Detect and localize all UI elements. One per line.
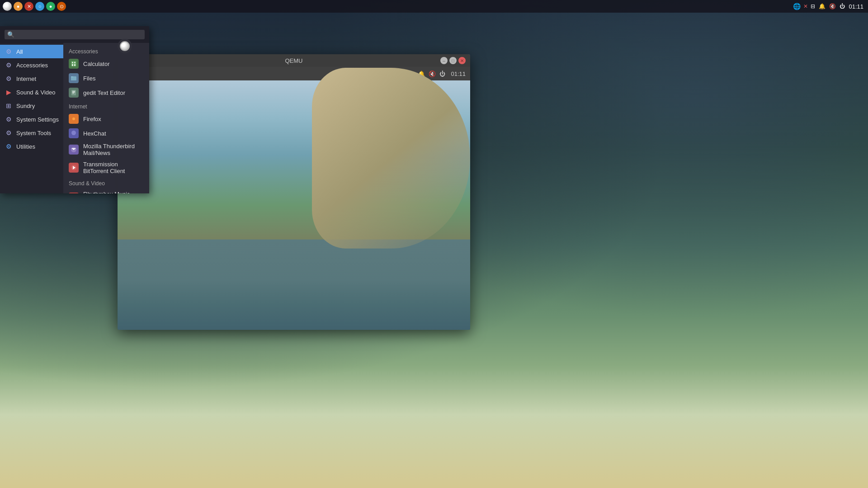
category-utilities[interactable]: ⚙ Utilities (0, 140, 63, 153)
app-calculator[interactable]: Calculator (63, 56, 149, 71)
taskbar-app-icon-4[interactable]: ● (46, 2, 55, 11)
search-input-wrap: 🔍 (5, 30, 145, 39)
files-icon (69, 73, 79, 83)
hexchat-icon (69, 128, 79, 138)
category-system-tools[interactable]: ⚙ System Tools (0, 126, 63, 140)
category-accessories-label: Accessories (16, 62, 48, 69)
category-all-icon: ⚙ (5, 47, 13, 56)
category-internet-icon: ⚙ (5, 75, 13, 83)
app-gedit[interactable]: gedit Text Editor (63, 85, 149, 100)
menu-launcher[interactable] (118, 39, 132, 53)
categories-panel: ⚙ All ⚙ Accessories ⚙ Internet ▶ Sound &… (0, 43, 63, 193)
taskbar: ● ✕ ○ ● ⊙ 🌐 ✕ ⊟ 🔔 🔇 ⏻ 01:11 (0, 0, 868, 13)
menu-body: ⚙ All ⚙ Accessories ⚙ Internet ▶ Sound &… (0, 43, 149, 193)
taskbar-systray: 🌐 ✕ ⊟ (793, 3, 815, 10)
svg-rect-0 (71, 61, 76, 66)
category-sundry[interactable]: ⊞ Sundry (0, 99, 63, 113)
taskbar-right: 🌐 ✕ ⊟ 🔔 🔇 ⏻ 01:11 (788, 3, 868, 10)
apps-panel: Accessories Calculator Files gedit Text … (63, 43, 149, 193)
window-content (118, 80, 470, 330)
category-accessories[interactable]: ⚙ Accessories (0, 58, 63, 72)
section-header-sound-video: Sound & Video (63, 177, 149, 188)
category-utilities-label: Utilities (16, 143, 35, 150)
svg-point-14 (72, 117, 75, 120)
category-sundry-label: Sundry (16, 103, 35, 109)
robot-silhouette (312, 68, 470, 249)
window-titlebar: QEMU – □ ✕ (118, 54, 470, 67)
category-all[interactable]: ⚙ All (0, 45, 63, 58)
qemu-window: QEMU – □ ✕ 🔔 🔇 ⏻ 01:11 (118, 54, 470, 330)
power-icon[interactable]: ⏻ (840, 3, 845, 9)
app-launcher-icon[interactable] (3, 2, 12, 11)
firefox-icon (69, 114, 79, 124)
taskbar-app-icon-2[interactable]: ✕ (24, 2, 33, 11)
category-system-settings-label: System Settings (16, 116, 59, 123)
app-transmission[interactable]: Transmission BitTorrent Client (63, 159, 149, 177)
taskbar-app-icon-5[interactable]: ⊙ (57, 2, 66, 11)
transmission-label: Transmission BitTorrent Client (83, 161, 144, 174)
calculator-icon (69, 59, 79, 69)
thunderbird-label: Mozilla Thunderbird Mail/News (83, 143, 144, 156)
thunderbird-icon (69, 145, 79, 155)
section-header-accessories: Accessories (63, 45, 149, 56)
rhythmbox-icon (69, 192, 79, 193)
app-thunderbird[interactable]: Mozilla Thunderbird Mail/News (63, 141, 149, 159)
svg-rect-5 (72, 65, 73, 66)
section-header-internet: Internet (63, 100, 149, 112)
svg-rect-8 (71, 76, 73, 77)
window-controls: – □ ✕ (440, 57, 466, 64)
svg-rect-2 (74, 62, 75, 63)
window-minimize-button[interactable]: – (440, 57, 448, 64)
notif-time: 01:11 (451, 70, 466, 77)
close-icon[interactable]: ✕ (803, 3, 808, 9)
category-system-settings-icon: ⚙ (5, 115, 13, 123)
volume-icon[interactable]: 🔇 (829, 3, 836, 9)
hexchat-label: HexChat (83, 130, 106, 137)
category-internet-label: Internet (16, 75, 36, 82)
rhythmbox-label: Rhythmbox Music Player (83, 191, 144, 193)
water-reflection (118, 239, 470, 330)
panel-icon[interactable]: ⊟ (811, 3, 815, 9)
svg-rect-1 (72, 62, 73, 63)
category-accessories-icon: ⚙ (5, 61, 13, 69)
category-utilities-icon: ⚙ (5, 142, 13, 150)
transmission-icon (69, 163, 79, 173)
menu-logo (120, 41, 130, 51)
category-sound-video-icon: ▶ (5, 88, 13, 96)
search-input[interactable] (17, 31, 142, 38)
calculator-label: Calculator (83, 61, 110, 67)
search-icon: 🔍 (7, 31, 14, 38)
files-label: Files (83, 75, 95, 82)
notif-volume-icon[interactable]: 🔇 (429, 70, 436, 77)
gedit-icon (69, 88, 79, 98)
svg-rect-6 (74, 65, 75, 66)
firefox-label: Firefox (83, 116, 101, 122)
taskbar-app-icon-3[interactable]: ○ (35, 2, 44, 11)
app-hexchat[interactable]: HexChat (63, 126, 149, 141)
category-system-tools-icon: ⚙ (5, 129, 13, 137)
category-internet[interactable]: ⚙ Internet (0, 72, 63, 85)
browser-icon[interactable]: 🌐 (793, 3, 801, 10)
category-all-label: All (16, 48, 23, 55)
app-files[interactable]: Files (63, 71, 149, 85)
clock: 01:11 (849, 3, 863, 10)
category-sound-video[interactable]: ▶ Sound & Video (0, 85, 63, 99)
taskbar-app-icon-1[interactable]: ● (14, 2, 23, 11)
bell-icon[interactable]: 🔔 (819, 3, 826, 9)
window-title: QEMU (285, 57, 303, 64)
app-firefox[interactable]: Firefox (63, 112, 149, 126)
svg-rect-4 (74, 64, 75, 65)
svg-rect-9 (71, 90, 76, 95)
category-system-tools-label: System Tools (16, 130, 51, 136)
window-maximize-button[interactable]: □ (449, 57, 457, 64)
category-sundry-icon: ⊞ (5, 102, 13, 110)
notif-power-icon[interactable]: ⏻ (439, 70, 445, 77)
app-rhythmbox[interactable]: Rhythmbox Music Player (63, 188, 149, 193)
svg-rect-3 (72, 64, 73, 65)
gedit-label: gedit Text Editor (83, 89, 125, 96)
category-sound-video-label: Sound & Video (16, 89, 56, 96)
taskbar-left: ● ✕ ○ ● ⊙ (0, 2, 69, 11)
category-system-settings[interactable]: ⚙ System Settings (0, 113, 63, 126)
window-close-button[interactable]: ✕ (458, 57, 466, 64)
